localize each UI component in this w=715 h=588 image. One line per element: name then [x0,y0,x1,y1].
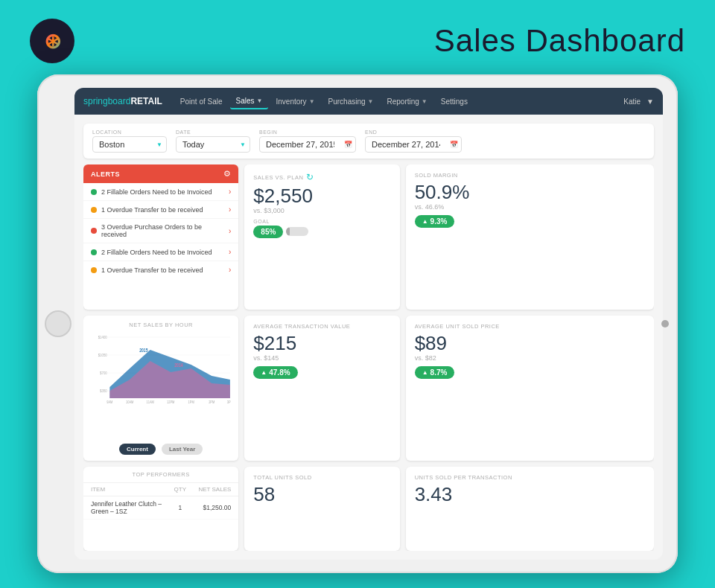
units-per-transaction-card: UNITS SOLD PER TRANSACTION 3.43 [406,467,654,551]
svg-text:9AM: 9AM [107,400,112,405]
end-date-input[interactable] [365,136,462,153]
top-performers-card: TOP PERFORMERS ITEM QTY NET SALES Jennif… [83,467,238,551]
svg-text:$700: $700 [100,371,107,376]
avg-unit-vs: vs. $82 [415,354,645,362]
svg-text:$1050: $1050 [98,353,107,358]
units-per-label: UNITS SOLD PER TRANSACTION [415,474,645,481]
avg-transaction-card: AVERAGE TRANSACTION VALUE $215 vs. $145 … [244,316,399,460]
sales-vs-plan-card: SALES VS. PLAN ↻ $2,550 vs. $3,000 GOAL … [244,164,399,310]
avg-transaction-badge: 47.8% [253,366,297,379]
col-qty-header: QTY [168,486,193,493]
performers-columns: ITEM QTY NET SALES [83,483,238,496]
progress-bar-bg [286,227,308,236]
ipad-side-button [661,320,669,327]
alert-dot-3 [91,228,97,234]
performers-header: TOP PERFORMERS [83,467,238,483]
reporting-chevron: ▼ [422,98,428,105]
svg-text:1PM: 1PM [188,400,194,405]
total-units-card: TOTAL UNITS SOLD 58 [244,467,399,551]
alert-chevron-5: › [229,266,231,274]
alert-dot-1 [91,189,97,195]
performers-title: TOP PERFORMERS [91,471,231,478]
avg-transaction-value: $215 [253,333,390,354]
begin-date-wrap [259,136,356,153]
svg-text:12PM: 12PM [167,400,174,405]
progress-wrap: 85% [253,226,308,238]
logo: ⊛ [30,19,74,63]
purchasing-chevron: ▼ [368,98,374,105]
alert-item-4[interactable]: 2 Fillable Orders Need to be Invoiced › [83,243,238,261]
net-sales-chart-card: NET SALES BY HOUR $1400 $1050 $700 $350 [83,316,238,460]
alert-chevron-2: › [229,205,231,214]
nav-item-pos[interactable]: Point of Sale [174,95,229,109]
svg-text:2PM: 2PM [209,400,214,405]
brand-name: springboard [83,96,130,106]
svg-text:$350: $350 [100,389,107,394]
performer-row-1: Jennifer Leather Clutch – Green – 1SZ 1 … [83,496,238,520]
col-sales-header: NET SALES [193,486,231,493]
sold-margin-label: SOLD MARGIN [415,172,645,179]
alert-chevron-1: › [229,188,231,196]
chart-title: NET SALES BY HOUR [91,322,231,328]
total-units-label: TOTAL UNITS SOLD [253,474,390,481]
nav-right: Katie ▼ [623,98,654,106]
performer-item-1: Jennifer Leather Clutch – Green – 1SZ [91,500,168,515]
goal-badge: 85% [253,226,283,238]
date-select[interactable]: Today [176,136,250,153]
avg-transaction-label: AVERAGE TRANSACTION VALUE [253,323,390,330]
svg-text:3PM: 3PM [227,400,232,405]
sales-plan-value: $2,550 [253,185,390,207]
location-filter: LOCATION Boston [92,130,167,153]
svg-text:2015: 2015 [139,347,148,353]
ipad-home-button[interactable] [45,310,72,337]
alert-item-2[interactable]: 1 Overdue Transfer to be received › [83,201,238,219]
navbar: springboardRETAIL Point of Sale Sales ▼ … [74,88,663,115]
nav-items: Point of Sale Sales ▼ Inventory ▼ Purcha… [174,94,623,109]
alerts-gear-icon[interactable]: ⚙ [223,169,231,179]
chart-legend: Current Last Year [91,444,231,455]
avg-unit-badge: 8.7% [415,366,455,379]
inventory-chevron: ▼ [309,98,315,105]
sales-plan-vs: vs. $3,000 [253,207,390,214]
sales-plan-label: SALES VS. PLAN [253,174,303,181]
alert-dot-2 [91,207,97,213]
sold-margin-value: 50.9% [415,182,645,203]
location-select[interactable]: Boston [92,136,167,153]
alert-chevron-3: › [229,227,231,235]
avg-transaction-vs: vs. $145 [253,354,390,362]
progress-bar-fill [286,227,290,236]
nav-brand: springboardRETAIL [83,96,162,106]
chart-area: $1400 $1050 $700 $350 [91,331,231,440]
svg-text:$1400: $1400 [98,335,107,340]
avg-unit-label: AVERAGE UNIT SOLD PRICE [415,323,645,330]
sold-margin-vs: vs. 46.6% [415,203,645,211]
alert-item-5[interactable]: 1 Overdue Transfer to be received › [83,261,238,278]
current-button[interactable]: Current [119,444,156,455]
filter-bar: LOCATION Boston DATE Today [83,124,654,159]
nav-item-purchasing[interactable]: Purchasing ▼ [322,95,380,109]
logo-icon: ⊛ [44,29,61,54]
date-filter: DATE Today [176,130,250,153]
nav-item-reporting[interactable]: Reporting ▼ [381,95,433,109]
performer-sales-1: $1,250.00 [193,504,231,511]
nav-item-inventory[interactable]: Inventory ▼ [270,95,320,109]
location-select-wrap: Boston [92,136,167,153]
page-title: Sales Dashboard [434,23,685,59]
alert-item-3[interactable]: 3 Overdue Purchase Orders to be received… [83,219,238,243]
begin-date-input[interactable] [259,136,356,153]
alerts-card: ALERTS ⚙ 2 Fillable Orders Need to be In… [83,164,238,310]
alert-item-1[interactable]: 2 Fillable Orders Need to be Invoiced › [83,183,238,201]
nav-item-settings[interactable]: Settings [435,95,474,109]
page-header: ⊛ Sales Dashboard [0,0,715,82]
avg-unit-value: $89 [415,333,645,354]
alerts-title: ALERTS [91,170,120,178]
avg-unit-price-card: AVERAGE UNIT SOLD PRICE $89 vs. $82 8.7% [406,316,654,460]
content: LOCATION Boston DATE Today [74,115,663,560]
sold-margin-badge: 9.3% [415,215,455,228]
nav-user[interactable]: Katie [623,98,641,106]
end-date-wrap [365,136,462,153]
col-item-header: ITEM [91,486,168,493]
nav-item-sales[interactable]: Sales ▼ [230,94,269,109]
last-year-button[interactable]: Last Year [162,444,203,455]
units-per-value: 3.43 [415,484,645,505]
